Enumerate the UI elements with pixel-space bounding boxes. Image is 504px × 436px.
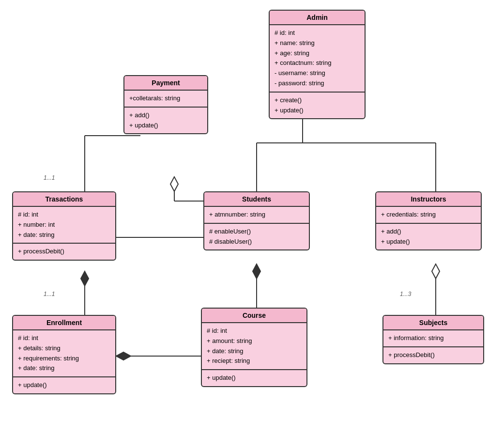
instructors-methods: + add() + update(): [376, 224, 481, 250]
multiplicity-transactions-payment: 1...1: [44, 174, 55, 181]
enrollment-attributes: # id: int + details: string + requiremen…: [13, 330, 115, 377]
enrollment-methods: + update(): [13, 377, 115, 393]
course-attributes: # id: int + amount: string + date: strin…: [202, 323, 306, 370]
svg-marker-14: [253, 264, 260, 279]
transactions-attributes: # id: int + number: int + date: string: [13, 207, 115, 244]
enrollment-class: Enrollment # id: int + details: string +…: [12, 315, 116, 394]
admin-attributes: # id: int + name: string + age: string +…: [270, 25, 365, 93]
subjects-attributes: + information: string: [383, 330, 483, 347]
instructors-attributes: + credentials: string: [376, 207, 481, 224]
multiplicity-instructors-subjects: 1...3: [400, 291, 411, 297]
students-methods: # enableUser() # disableUser(): [204, 224, 309, 250]
subjects-class-header: Subjects: [383, 316, 483, 330]
transactions-methods: + processDebit(): [13, 244, 115, 260]
subjects-class: Subjects + information: string + process…: [382, 315, 484, 364]
svg-marker-18: [81, 271, 89, 286]
payment-methods: + add() + update(): [124, 108, 207, 134]
instructors-class: Instructors + credentials: string + add(…: [375, 191, 482, 250]
course-methods: + update(): [202, 370, 306, 386]
course-class: Course # id: int + amount: string + date…: [201, 308, 307, 387]
subjects-methods: + processDebit(): [383, 347, 483, 363]
multiplicity-transactions-enrollment: 1...1: [44, 291, 55, 297]
enrollment-class-header: Enrollment: [13, 316, 115, 330]
course-class-header: Course: [202, 309, 306, 323]
svg-marker-20: [432, 264, 440, 279]
admin-methods: + create() + update(): [270, 93, 365, 119]
svg-marker-16: [116, 352, 131, 360]
transactions-class-header: Trasactions: [13, 192, 115, 207]
svg-marker-8: [170, 177, 178, 191]
transactions-class: Trasactions # id: int + number: int + da…: [12, 191, 116, 261]
payment-class-header: Payment: [124, 76, 207, 91]
payment-class: Payment +colletarals: string + add() + u…: [123, 75, 208, 134]
students-attributes: + atmnumber: string: [204, 207, 309, 224]
admin-class: Admin # id: int + name: string + age: st…: [269, 10, 366, 119]
students-class: Students + atmnumber: string # enableUse…: [203, 191, 310, 250]
instructors-class-header: Instructors: [376, 192, 481, 207]
diagram-container: 1...1 1...1 1...3 Admin # id: int + name…: [0, 0, 504, 436]
students-class-header: Students: [204, 192, 309, 207]
admin-class-header: Admin: [270, 11, 365, 25]
payment-attributes: +colletarals: string: [124, 91, 207, 108]
